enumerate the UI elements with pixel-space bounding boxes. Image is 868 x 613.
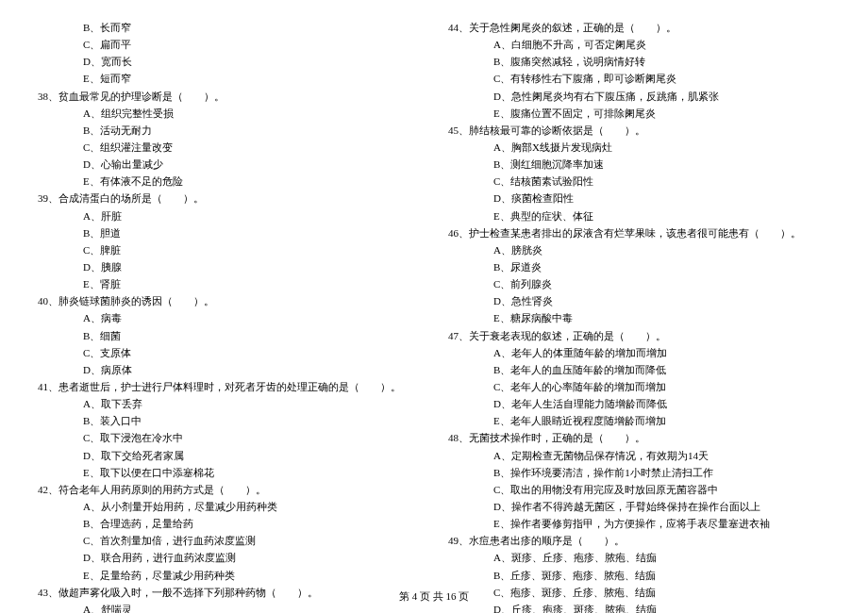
option: D、宽而长 xyxy=(38,53,420,70)
option: B、胆道 xyxy=(38,224,420,241)
question-47: 47、关于衰老表现的叙述，正确的是（ ）。 xyxy=(448,327,830,344)
option: A、组织完整性受损 xyxy=(38,105,420,122)
option: B、操作环境要清洁，操作前1小时禁止清扫工作 xyxy=(448,464,830,481)
option: A、取下丢弃 xyxy=(38,395,420,412)
option: E、糖尿病酸中毒 xyxy=(448,309,830,326)
option: A、斑疹、丘疹、疱疹、脓疱、结痂 xyxy=(448,549,830,566)
option: D、老年人生活自理能力随增龄而降低 xyxy=(448,395,830,412)
option: B、腹痛突然减轻，说明病情好转 xyxy=(448,53,830,70)
option: E、典型的症状、体征 xyxy=(448,207,830,224)
option: C、有转移性右下腹痛，即可诊断阑尾炎 xyxy=(448,70,830,87)
option: B、尿道炎 xyxy=(448,258,830,275)
option: E、足量给药，尽量减少用药种类 xyxy=(38,567,420,584)
left-column: B、长而窄 C、扁而平 D、宽而长 E、短而窄 38、贫血最常见的护理诊断是（ … xyxy=(38,19,420,613)
question-42: 42、符合老年人用药原则的用药方式是（ ）。 xyxy=(38,481,420,498)
question-40: 40、肺炎链球菌肺炎的诱因（ ）。 xyxy=(38,292,420,309)
option: D、急性肾炎 xyxy=(448,292,830,309)
option: E、肾脏 xyxy=(38,275,420,292)
question-41: 41、患者逝世后，护士进行尸体料理时，对死者牙齿的处理正确的是（ ）。 xyxy=(38,378,420,395)
option: D、心输出量减少 xyxy=(38,156,420,173)
option: C、取下浸泡在冷水中 xyxy=(38,429,420,446)
option: B、测红细胞沉降率加速 xyxy=(448,156,830,173)
question-45: 45、肺结核最可靠的诊断依据是（ ）。 xyxy=(448,122,830,139)
option: A、膀胱炎 xyxy=(448,241,830,258)
option: E、腹痛位置不固定，可排除阑尾炎 xyxy=(448,105,830,122)
exam-page: B、长而窄 C、扁而平 D、宽而长 E、短而窄 38、贫血最常见的护理诊断是（ … xyxy=(0,0,868,613)
option: D、操作者不得跨越无菌区，手臂始终保持在操作台面以上 xyxy=(448,498,830,515)
option: A、从小剂量开始用药，尽量减少用药种类 xyxy=(38,498,420,515)
right-column: 44、关于急性阑尾炎的叙述，正确的是（ ）。 A、白细胞不升高，可否定阑尾炎 B… xyxy=(448,19,830,613)
option: A、肝脏 xyxy=(38,207,420,224)
option: B、装入口中 xyxy=(38,412,420,429)
option: A、病毒 xyxy=(38,309,420,326)
option: C、首次剂量加倍，进行血药浓度监测 xyxy=(38,532,420,549)
option: D、急性阑尾炎均有右下腹压痛，反跳痛，肌紧张 xyxy=(448,88,830,105)
option: D、痰菌检查阳性 xyxy=(448,190,830,207)
option: A、胸部X线摄片发现病灶 xyxy=(448,139,830,156)
option: C、结核菌素试验阳性 xyxy=(448,173,830,190)
option: D、取下交给死者家属 xyxy=(38,447,420,464)
option: B、合理选药，足量给药 xyxy=(38,515,420,532)
option: E、操作者要修剪指甲，为方便操作，应将手表尽量塞进衣袖 xyxy=(448,515,830,532)
option: C、前列腺炎 xyxy=(448,275,830,292)
option: C、支原体 xyxy=(38,344,420,361)
option: D、病原体 xyxy=(38,361,420,378)
question-39: 39、合成清蛋白的场所是（ ）。 xyxy=(38,190,420,207)
option: E、有体液不足的危险 xyxy=(38,173,420,190)
option: B、细菌 xyxy=(38,327,420,344)
page-footer: 第 4 页 共 16 页 xyxy=(0,589,868,604)
question-38: 38、贫血最常见的护理诊断是（ ）。 xyxy=(38,88,420,105)
option: C、组织灌注量改变 xyxy=(38,139,420,156)
option: B、丘疹、斑疹、疱疹、脓疱、结痂 xyxy=(448,567,830,584)
option: A、定期检查无菌物品保存情况，有效期为14天 xyxy=(448,447,830,464)
option: D、联合用药，进行血药浓度监测 xyxy=(38,549,420,566)
option: E、老年人眼睛近视程度随增龄而增加 xyxy=(448,412,830,429)
question-46: 46、护士检查某患者排出的尿液含有烂苹果味，该患者很可能患有（ ）。 xyxy=(448,224,830,241)
option: E、短而窄 xyxy=(38,70,420,87)
option: B、长而窄 xyxy=(38,19,420,36)
option: C、老年人的心率随年龄的增加而增加 xyxy=(448,378,830,395)
option: B、活动无耐力 xyxy=(38,122,420,139)
option: C、扁而平 xyxy=(38,36,420,53)
option: C、取出的用物没有用完应及时放回原无菌容器中 xyxy=(448,481,830,498)
option: D、胰腺 xyxy=(38,258,420,275)
option: A、白细胞不升高，可否定阑尾炎 xyxy=(448,36,830,53)
question-44: 44、关于急性阑尾炎的叙述，正确的是（ ）。 xyxy=(448,19,830,36)
question-48: 48、无菌技术操作时，正确的是（ ）。 xyxy=(448,429,830,446)
option: B、老年人的血压随年龄的增加而降低 xyxy=(448,361,830,378)
question-49: 49、水痘患者出疹的顺序是（ ）。 xyxy=(448,532,830,549)
option: C、脾脏 xyxy=(38,241,420,258)
option: E、取下以便在口中添塞棉花 xyxy=(38,464,420,481)
option: A、老年人的体重随年龄的增加而增加 xyxy=(448,344,830,361)
